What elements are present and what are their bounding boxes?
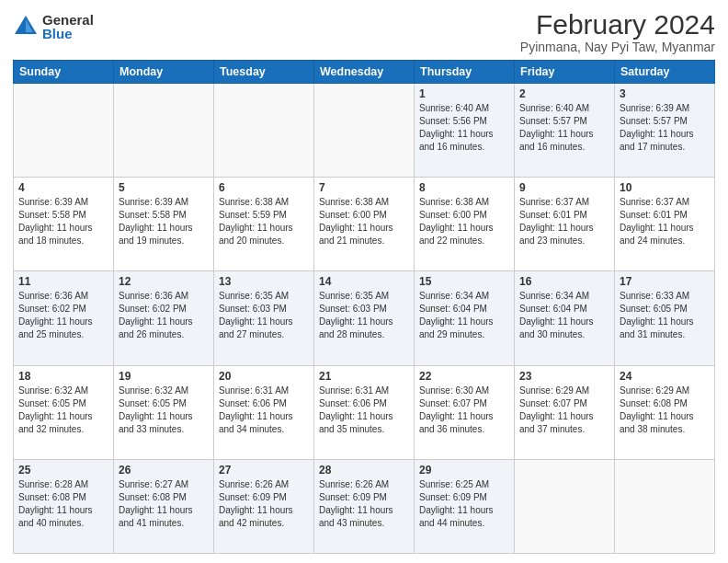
day-number: 29 [419,464,509,477]
day-number: 7 [319,181,409,194]
day-info: Sunrise: 6:39 AM Sunset: 5:57 PM Dayligh… [620,103,694,152]
day-info: Sunrise: 6:40 AM Sunset: 5:56 PM Dayligh… [419,103,494,152]
logo-icon [13,14,39,40]
day-info: Sunrise: 6:38 AM Sunset: 6:00 PM Dayligh… [319,197,393,246]
header-monday: Monday [114,61,214,84]
day-number: 20 [219,370,309,383]
logo-text: General Blue [42,13,94,40]
header: General Blue February 2024 Pyinmana, Nay… [13,9,715,54]
day-number: 19 [119,370,209,383]
day-number: 24 [620,370,710,383]
day-info: Sunrise: 6:36 AM Sunset: 6:02 PM Dayligh… [18,291,93,339]
calendar-cell [515,459,615,553]
calendar-cell: 8Sunrise: 6:38 AM Sunset: 6:00 PM Daylig… [415,178,515,271]
calendar-cell: 24Sunrise: 6:29 AM Sunset: 6:08 PM Dayli… [615,365,715,459]
calendar-cell: 10Sunrise: 6:37 AM Sunset: 6:01 PM Dayli… [615,178,715,271]
day-info: Sunrise: 6:28 AM Sunset: 6:08 PM Dayligh… [18,479,93,528]
calendar-cell: 4Sunrise: 6:39 AM Sunset: 5:58 PM Daylig… [14,178,114,271]
calendar-week-row: 11Sunrise: 6:36 AM Sunset: 6:02 PM Dayli… [14,271,715,365]
day-info: Sunrise: 6:32 AM Sunset: 6:05 PM Dayligh… [119,385,193,434]
day-number: 5 [119,181,209,194]
calendar-cell: 9Sunrise: 6:37 AM Sunset: 6:01 PM Daylig… [515,178,615,271]
day-info: Sunrise: 6:33 AM Sunset: 6:05 PM Dayligh… [620,291,694,339]
calendar-header: SundayMondayTuesdayWednesdayThursdayFrid… [14,61,715,84]
day-info: Sunrise: 6:30 AM Sunset: 6:07 PM Dayligh… [419,385,494,434]
header-row: SundayMondayTuesdayWednesdayThursdayFrid… [14,61,715,84]
day-number: 11 [18,275,108,288]
day-info: Sunrise: 6:26 AM Sunset: 6:09 PM Dayligh… [219,479,293,528]
day-number: 4 [18,181,108,194]
logo: General Blue [13,13,94,40]
calendar-cell [314,84,415,178]
day-number: 8 [419,181,509,194]
day-number: 16 [519,275,609,288]
day-info: Sunrise: 6:37 AM Sunset: 6:01 PM Dayligh… [519,197,594,246]
calendar-cell: 25Sunrise: 6:28 AM Sunset: 6:08 PM Dayli… [14,459,114,553]
day-info: Sunrise: 6:36 AM Sunset: 6:02 PM Dayligh… [119,291,193,339]
calendar-table: SundayMondayTuesdayWednesdayThursdayFrid… [13,60,715,554]
day-info: Sunrise: 6:29 AM Sunset: 6:08 PM Dayligh… [620,385,694,434]
calendar-cell: 21Sunrise: 6:31 AM Sunset: 6:06 PM Dayli… [314,365,415,459]
day-info: Sunrise: 6:38 AM Sunset: 6:00 PM Dayligh… [419,197,494,246]
header-tuesday: Tuesday [214,61,314,84]
day-info: Sunrise: 6:35 AM Sunset: 6:03 PM Dayligh… [219,291,293,339]
day-info: Sunrise: 6:31 AM Sunset: 6:06 PM Dayligh… [219,385,293,434]
day-info: Sunrise: 6:32 AM Sunset: 6:05 PM Dayligh… [18,385,93,434]
calendar-cell: 3Sunrise: 6:39 AM Sunset: 5:57 PM Daylig… [615,84,715,178]
day-info: Sunrise: 6:31 AM Sunset: 6:06 PM Dayligh… [319,385,393,434]
header-thursday: Thursday [415,61,515,84]
calendar-cell: 17Sunrise: 6:33 AM Sunset: 6:05 PM Dayli… [615,271,715,365]
day-number: 21 [319,370,409,383]
day-number: 27 [219,464,309,477]
calendar-cell: 7Sunrise: 6:38 AM Sunset: 6:00 PM Daylig… [314,178,415,271]
calendar-cell: 27Sunrise: 6:26 AM Sunset: 6:09 PM Dayli… [214,459,314,553]
calendar-cell: 23Sunrise: 6:29 AM Sunset: 6:07 PM Dayli… [515,365,615,459]
day-number: 1 [419,87,509,100]
calendar-cell: 2Sunrise: 6:40 AM Sunset: 5:57 PM Daylig… [515,84,615,178]
day-info: Sunrise: 6:38 AM Sunset: 5:59 PM Dayligh… [219,197,293,246]
calendar-cell: 29Sunrise: 6:25 AM Sunset: 6:09 PM Dayli… [415,459,515,553]
day-info: Sunrise: 6:34 AM Sunset: 6:04 PM Dayligh… [519,291,594,339]
day-number: 6 [219,181,309,194]
calendar-cell [615,459,715,553]
header-sunday: Sunday [14,61,114,84]
calendar-cell: 18Sunrise: 6:32 AM Sunset: 6:05 PM Dayli… [14,365,114,459]
day-number: 12 [119,275,209,288]
calendar-week-row: 4Sunrise: 6:39 AM Sunset: 5:58 PM Daylig… [14,178,715,271]
calendar-week-row: 25Sunrise: 6:28 AM Sunset: 6:08 PM Dayli… [14,459,715,553]
day-number: 3 [620,87,710,100]
day-info: Sunrise: 6:27 AM Sunset: 6:08 PM Dayligh… [119,479,193,528]
calendar-cell: 20Sunrise: 6:31 AM Sunset: 6:06 PM Dayli… [214,365,314,459]
day-info: Sunrise: 6:35 AM Sunset: 6:03 PM Dayligh… [319,291,393,339]
day-info: Sunrise: 6:40 AM Sunset: 5:57 PM Dayligh… [519,103,594,152]
day-number: 25 [18,464,108,477]
day-info: Sunrise: 6:34 AM Sunset: 6:04 PM Dayligh… [419,291,494,339]
day-info: Sunrise: 6:25 AM Sunset: 6:09 PM Dayligh… [419,479,494,528]
day-number: 9 [519,181,609,194]
page: General Blue February 2024 Pyinmana, Nay… [0,0,728,563]
calendar-cell: 19Sunrise: 6:32 AM Sunset: 6:05 PM Dayli… [114,365,214,459]
calendar-cell: 11Sunrise: 6:36 AM Sunset: 6:02 PM Dayli… [14,271,114,365]
day-number: 28 [319,464,409,477]
logo-general-text: General [42,13,94,27]
calendar-cell: 13Sunrise: 6:35 AM Sunset: 6:03 PM Dayli… [214,271,314,365]
day-info: Sunrise: 6:39 AM Sunset: 5:58 PM Dayligh… [18,197,93,246]
day-number: 13 [219,275,309,288]
calendar-cell: 26Sunrise: 6:27 AM Sunset: 6:08 PM Dayli… [114,459,214,553]
calendar-week-row: 1Sunrise: 6:40 AM Sunset: 5:56 PM Daylig… [14,84,715,178]
calendar-cell: 28Sunrise: 6:26 AM Sunset: 6:09 PM Dayli… [314,459,415,553]
day-info: Sunrise: 6:37 AM Sunset: 6:01 PM Dayligh… [620,197,694,246]
calendar-cell: 1Sunrise: 6:40 AM Sunset: 5:56 PM Daylig… [415,84,515,178]
calendar-body: 1Sunrise: 6:40 AM Sunset: 5:56 PM Daylig… [14,84,715,554]
calendar-cell: 6Sunrise: 6:38 AM Sunset: 5:59 PM Daylig… [214,178,314,271]
calendar-cell [114,84,214,178]
day-number: 23 [519,370,609,383]
calendar-cell: 5Sunrise: 6:39 AM Sunset: 5:58 PM Daylig… [114,178,214,271]
header-wednesday: Wednesday [314,61,415,84]
calendar-cell [14,84,114,178]
day-number: 18 [18,370,108,383]
logo-blue-text: Blue [42,27,94,40]
main-title: February 2024 [520,9,715,40]
day-info: Sunrise: 6:39 AM Sunset: 5:58 PM Dayligh… [119,197,193,246]
day-info: Sunrise: 6:29 AM Sunset: 6:07 PM Dayligh… [519,385,594,434]
